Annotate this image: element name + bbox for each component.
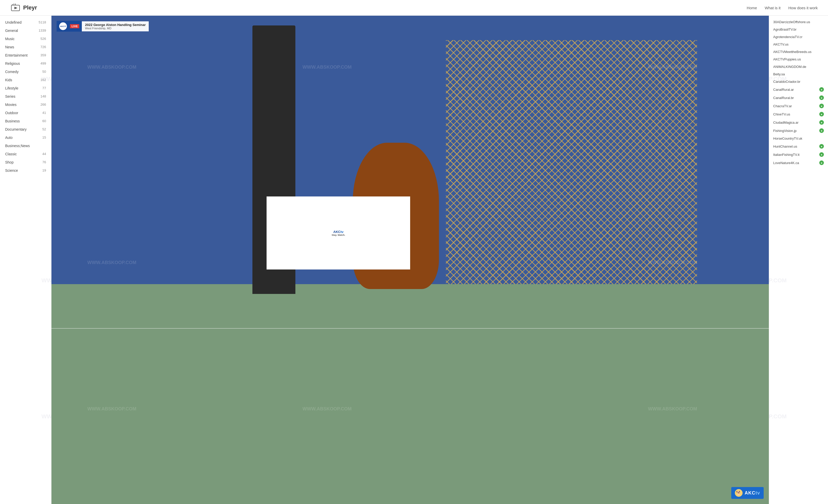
channel-item-9[interactable]: CanalRural.ar ●: [769, 85, 828, 94]
sidebar-cat-name: Entertainment: [5, 53, 28, 57]
main-nav: Home What is it How does it work: [747, 6, 818, 10]
sidebar-cat-count: 726: [40, 45, 46, 49]
channel-item-17[interactable]: ItalianFishingTV.it ●: [769, 150, 828, 159]
sidebar-item-religious[interactable]: Religious 499: [0, 59, 51, 67]
sidebar-item-lifestyle[interactable]: Lifestyle 77: [0, 84, 51, 92]
channel-item-12[interactable]: ChiveTV.us ●: [769, 110, 828, 118]
banner-title: 2022 George Alston Handling Seminar: [85, 23, 146, 27]
header: Pleyr Home What is it How does it work: [0, 0, 828, 16]
video-sign: AKCtv Stay. Watch.: [266, 196, 410, 270]
live-badge: LIVE: [70, 24, 79, 28]
channel-item-14[interactable]: FishingVision.jp ●: [769, 127, 828, 135]
channel-name: AKCTV.us: [773, 42, 824, 46]
sidebar-item-music[interactable]: Music 526: [0, 35, 51, 43]
sidebar-cat-name: Comedy: [5, 70, 18, 74]
channel-name: Beity.sa: [773, 72, 824, 76]
sidebar-cat-name: Shop: [5, 160, 14, 164]
channel-item-10[interactable]: CanalRural.br ●: [769, 94, 828, 102]
video-top-banner: AKC® LIVE 2022 George Alston Handling Se…: [56, 21, 149, 32]
channel-item-1[interactable]: AgroBrasilTV.br: [769, 26, 828, 33]
channel-item-18[interactable]: LoveNature4K.ca ●: [769, 159, 828, 167]
sidebar-cat-name: News: [5, 45, 14, 49]
channel-item-16[interactable]: HuntChannel.us ●: [769, 142, 828, 150]
sidebar-item-movies[interactable]: Movies 266: [0, 100, 51, 109]
akctv-text: AKCtv: [745, 490, 760, 496]
sidebar-item-business[interactable]: Business 60: [0, 117, 51, 125]
channel-item-3[interactable]: AKCTV.us: [769, 41, 828, 48]
sidebar-item-business-news[interactable]: Business;News: [0, 142, 51, 150]
sidebar-cat-name: Movies: [5, 103, 16, 107]
sidebar-cat-count: 50: [42, 70, 46, 74]
channel-name: CanalRural.br: [773, 96, 818, 100]
nav-how-does-it-work[interactable]: How does it work: [788, 6, 818, 10]
channel-item-11[interactable]: ChacraTV.ar ●: [769, 102, 828, 110]
channel-item-15[interactable]: HorseCountryTV.uk: [769, 135, 828, 142]
sidebar-cat-name: Series: [5, 94, 15, 98]
sidebar-item-auto[interactable]: Auto 15: [0, 133, 51, 142]
logo-text: Pleyr: [23, 4, 37, 11]
akc-bottom-logo: 🐕 AKCtv: [731, 487, 764, 499]
sidebar-cat-name: Classic: [5, 152, 17, 156]
channel-item-4[interactable]: AKCTVMeettheBreeds.us: [769, 48, 828, 55]
channel-item-13[interactable]: CiudadMagica.ar ●: [769, 118, 828, 127]
sidebar-item-classic[interactable]: Classic 44: [0, 150, 51, 158]
banner-subtitle: West Friendship, MD: [85, 27, 146, 30]
sidebar-item-undefined[interactable]: Undefined 5118: [0, 18, 51, 27]
channel-item-6[interactable]: ANIMALKINGDOM.de: [769, 63, 828, 71]
channel-item-0[interactable]: 30ADarcizzleOffshore.us: [769, 18, 828, 26]
sidebar-cat-count: 60: [42, 119, 46, 123]
video-container[interactable]: AKCtv Stay. Watch. AKC® LIVE 2022 George…: [51, 16, 769, 504]
pleyr-logo-icon: [10, 3, 20, 13]
sidebar-item-entertainment[interactable]: Entertainment 359: [0, 51, 51, 59]
channel-name: ANIMALKINGDOM.de: [773, 65, 824, 68]
channel-name: ChiveTV.us: [773, 112, 818, 116]
sidebar-cat-count: 499: [40, 61, 46, 65]
sidebar-cat-count: 77: [42, 86, 46, 90]
channel-name: CiudadMagica.ar: [773, 121, 818, 125]
banner-text-box: 2022 George Alston Handling Seminar West…: [82, 21, 149, 31]
sidebar-cat-name: Lifestyle: [5, 86, 18, 90]
channel-status-icon: ●: [819, 128, 824, 133]
sidebar-cat-name: Religious: [5, 61, 20, 65]
channel-status-icon: ●: [819, 104, 824, 108]
sidebar-cat-name: Documentary: [5, 127, 27, 131]
channel-item-7[interactable]: Beity.sa: [769, 71, 828, 78]
sidebar-cat-name: Business: [5, 119, 20, 123]
nav-what-is-it[interactable]: What is it: [765, 6, 781, 10]
sidebar-item-news[interactable]: News 726: [0, 43, 51, 51]
center-content: AKCtv Stay. Watch. AKC® LIVE 2022 George…: [51, 16, 769, 504]
sidebar-cat-count: 526: [40, 37, 46, 41]
channel-name: ChacraTV.ar: [773, 104, 818, 108]
akc-circle: AKC®: [59, 22, 67, 30]
sidebar-item-series[interactable]: Series 148: [0, 92, 51, 100]
channel-item-5[interactable]: AKCTVPuppies.us: [769, 55, 828, 63]
left-sidebar: Undefined 5118 General 1339 Music 526 Ne…: [0, 16, 51, 504]
channel-name: HorseCountryTV.uk: [773, 137, 824, 140]
sidebar-item-shop[interactable]: Shop 76: [0, 158, 51, 166]
nav-home[interactable]: Home: [747, 6, 757, 10]
channel-name: 30ADarcizzleOffshore.us: [773, 20, 824, 24]
sidebar-cat-name: Undefined: [5, 20, 22, 25]
channel-item-2[interactable]: AgrotendenciaTV.cr: [769, 33, 828, 41]
channel-item-8[interactable]: CanaldoCriador.br: [769, 78, 828, 85]
channel-status-icon: ●: [819, 161, 824, 165]
sidebar-cat-count: 1339: [39, 29, 46, 33]
sidebar-cat-count: 5118: [39, 20, 46, 25]
sidebar-item-outdoor[interactable]: Outdoor 41: [0, 109, 51, 117]
channel-name: ItalianFishingTV.it: [773, 153, 818, 156]
sidebar-cat-count: 44: [42, 152, 46, 156]
sidebar-cat-count: 52: [42, 127, 46, 131]
sidebar-cat-name: Music: [5, 37, 15, 41]
sidebar-item-documentary[interactable]: Documentary 52: [0, 125, 51, 133]
channel-name: HuntChannel.us: [773, 144, 818, 148]
sidebar-item-comedy[interactable]: Comedy 50: [0, 67, 51, 76]
sidebar-cat-count: 266: [40, 103, 46, 107]
channel-name: AKCTVPuppies.us: [773, 57, 824, 61]
channel-name: AgroBrasilTV.br: [773, 28, 824, 31]
sidebar-item-kids[interactable]: Kids 162: [0, 76, 51, 84]
sidebar-item-science[interactable]: Science 19: [0, 166, 51, 175]
sidebar-cat-count: 76: [42, 160, 46, 164]
channel-name: LoveNature4K.ca: [773, 161, 818, 165]
sidebar-item-general[interactable]: General 1339: [0, 27, 51, 35]
logo-area[interactable]: Pleyr: [10, 3, 37, 13]
